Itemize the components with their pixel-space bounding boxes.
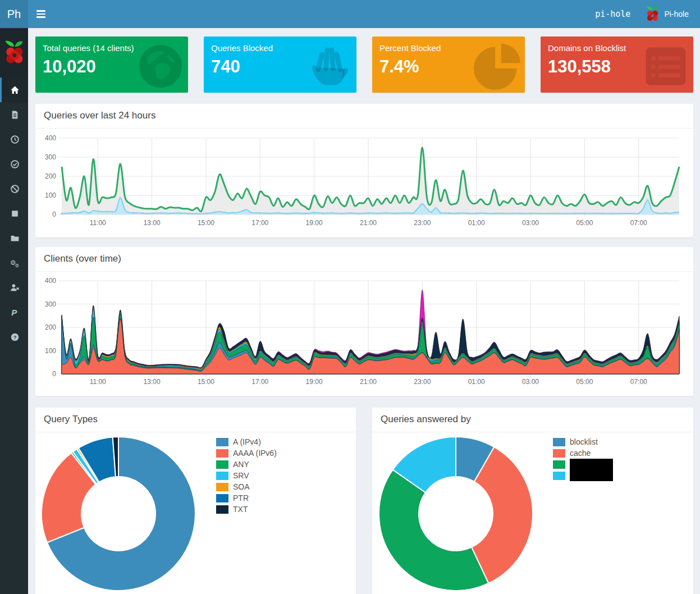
svg-text:P: P: [11, 308, 17, 317]
clock-icon: [10, 135, 20, 144]
svg-text:19:00: 19:00: [306, 378, 323, 386]
legend-label: AAAA (IPv6): [233, 449, 277, 458]
svg-text:03:00: 03:00: [522, 219, 539, 227]
hamburger-icon: [36, 8, 45, 20]
queries-over-time-chart[interactable]: 010020030040011:0013:0015:0017:0019:0021…: [35, 129, 693, 236]
sidebar-menu: ⚙⚙P?: [0, 77, 28, 349]
pie-icon: [473, 42, 521, 93]
svg-text:300: 300: [45, 300, 56, 308]
legend-swatch: [216, 472, 228, 480]
panel-title: Clients (over time): [44, 253, 685, 264]
main-content: Total queries (14 clients)10,020Queries …: [28, 28, 700, 594]
svg-text:⚙: ⚙: [15, 262, 20, 267]
legend-label: PTR: [233, 494, 249, 502]
sidebar-item-whitelist[interactable]: [0, 152, 28, 176]
question-circle-icon: ?: [10, 332, 20, 342]
panel-title: Query Types: [44, 414, 347, 425]
legend-item[interactable]: [553, 460, 613, 469]
sidebar-item-query-log[interactable]: [0, 102, 28, 127]
raspberry-icon: [3, 39, 25, 66]
svg-text:19:00: 19:00: [306, 219, 323, 227]
svg-text:21:00: 21:00: [360, 219, 377, 227]
svg-text:300: 300: [45, 153, 56, 161]
redacted-label: [570, 470, 613, 481]
card-label: Total queries (14 clients): [43, 43, 134, 53]
donut-slice[interactable]: [379, 470, 488, 591]
sidebar: ⚙⚙P?: [0, 28, 28, 594]
panel-title: Queries answered by: [381, 414, 685, 425]
card-value: 10,020: [43, 57, 96, 77]
sidebar-item-settings[interactable]: ⚙⚙: [0, 250, 28, 275]
svg-text:13:00: 13:00: [144, 219, 161, 227]
legend-item[interactable]: A (IPv4): [216, 437, 277, 446]
svg-text:100: 100: [45, 347, 56, 355]
legend-item[interactable]: ANY: [216, 460, 277, 469]
svg-text:07:00: 07:00: [630, 219, 647, 227]
svg-text:05:00: 05:00: [576, 378, 593, 386]
legend-swatch: [216, 483, 228, 491]
query-types-chart[interactable]: [35, 432, 356, 594]
sidebar-item-logout[interactable]: [0, 275, 28, 300]
queries-answered-by-chart[interactable]: [372, 432, 693, 594]
sidebar-item-long-term-data[interactable]: [0, 127, 28, 152]
query-types-panel: Query Types A (IPv4)AAAA (IPv6)ANYSRVSOA…: [35, 408, 356, 594]
brand-label: Pi-hole: [664, 10, 689, 19]
svg-text:0: 0: [52, 370, 56, 378]
legend-swatch: [216, 438, 228, 446]
svg-text:200: 200: [45, 172, 56, 180]
folder-icon: [10, 234, 20, 243]
svg-text:15:00: 15:00: [198, 219, 214, 227]
file-text-icon: [10, 110, 20, 120]
queries-answered-by-legend: blocklistcache: [553, 437, 613, 482]
svg-text:?: ?: [13, 334, 17, 340]
svg-text:05:00: 05:00: [576, 219, 593, 227]
paypal-icon: P: [10, 308, 20, 317]
card-total-queries: Total queries (14 clients)10,020: [35, 36, 188, 93]
legend-item[interactable]: cache: [553, 449, 613, 458]
legend-item[interactable]: blocklist: [553, 437, 613, 446]
legend-item[interactable]: TXT: [216, 505, 277, 514]
sidebar-item-tools[interactable]: [0, 226, 28, 250]
cogs-icon: ⚙⚙: [10, 258, 20, 268]
sidebar-item-help[interactable]: ?: [0, 325, 28, 349]
card-label: Domains on Blocklist: [548, 43, 626, 53]
svg-text:21:00: 21:00: [360, 378, 377, 386]
card-percent-blocked: Percent Blocked7.4%: [372, 36, 525, 93]
svg-text:11:00: 11:00: [90, 219, 106, 227]
legend-label: A (IPv4): [233, 437, 261, 446]
app-logo[interactable]: Ph: [0, 0, 28, 28]
legend-label: TXT: [233, 505, 248, 514]
list-icon: [642, 42, 690, 93]
svg-text:23:00: 23:00: [414, 378, 431, 386]
clients-over-time-panel: Clients (over time) 010020030040011:0013…: [35, 247, 693, 396]
legend-item[interactable]: AAAA (IPv6): [216, 449, 277, 458]
svg-text:03:00: 03:00: [522, 378, 539, 386]
legend-swatch: [553, 460, 565, 469]
queries-over-time-panel: Queries over last 24 hours 0100200300400…: [35, 104, 693, 237]
sidebar-item-donate[interactable]: P: [0, 300, 28, 325]
clients-over-time-chart[interactable]: 010020030040011:0013:0015:0017:0019:0021…: [35, 272, 693, 395]
legend-item[interactable]: [553, 471, 613, 480]
hostname-label: pi-hole: [595, 9, 630, 19]
svg-text:23:00: 23:00: [414, 219, 431, 227]
sidebar-toggle-button[interactable]: [28, 0, 53, 28]
legend-swatch: [216, 494, 228, 502]
legend-item[interactable]: SRV: [216, 471, 277, 480]
square-icon: [10, 209, 20, 218]
legend-label: cache: [570, 449, 591, 458]
legend-item[interactable]: PTR: [216, 494, 277, 502]
legend-swatch: [216, 505, 228, 514]
sidebar-item-disable[interactable]: [0, 201, 28, 226]
svg-text:01:00: 01:00: [468, 378, 485, 386]
card-queries-blocked: Queries Blocked740: [204, 36, 356, 93]
globe-icon: [136, 42, 185, 93]
svg-text:01:00: 01:00: [468, 219, 485, 227]
pihole-brand-button[interactable]: Pi-hole: [640, 0, 693, 28]
svg-text:11:00: 11:00: [90, 378, 106, 386]
sidebar-item-dashboard[interactable]: [0, 77, 28, 102]
legend-label: blocklist: [570, 437, 598, 446]
card-label: Percent Blocked: [379, 43, 441, 53]
legend-item[interactable]: SOA: [216, 482, 277, 491]
sidebar-item-blacklist[interactable]: [0, 176, 28, 201]
ban-icon: [10, 184, 20, 194]
